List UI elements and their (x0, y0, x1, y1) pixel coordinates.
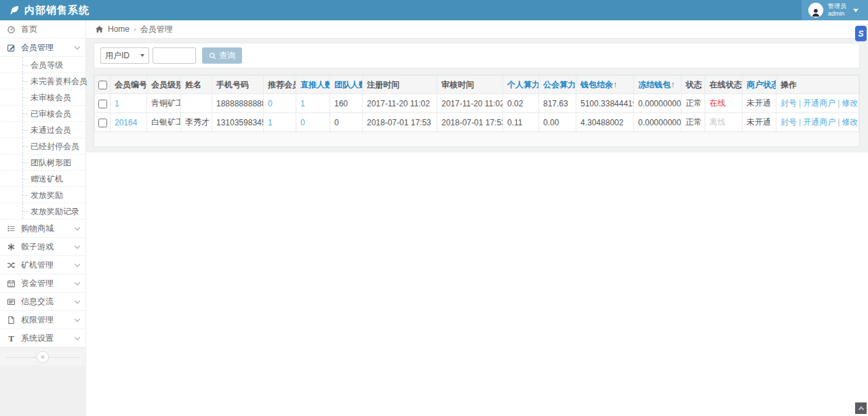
frozen-wallet: 0.00000000 (634, 94, 682, 113)
col-guild-power[interactable]: 公会算力↑ (539, 76, 576, 94)
row-checkbox[interactable] (98, 119, 107, 127)
col-merchant-status[interactable]: 商户状态↑ (743, 76, 776, 94)
audit-time: 2017-11-20 11:02 (437, 94, 503, 113)
member-phone: 13103598345 (212, 113, 264, 132)
admin-menu[interactable]: 管理员 admin (802, 0, 868, 20)
search-input[interactable] (153, 47, 196, 64)
admin-label: 管理员 admin (828, 3, 846, 18)
search-button-label: 查询 (219, 50, 235, 62)
chevron-down-icon (75, 43, 80, 49)
theme-settings-button[interactable]: S (855, 26, 867, 41)
home-icon (95, 25, 104, 33)
arrow-up-icon (858, 407, 863, 412)
select-all-checkbox[interactable] (98, 81, 107, 89)
chevron-down-icon (75, 224, 80, 230)
col-level: 会员级别 (147, 76, 181, 94)
sidebar-item-messages[interactable]: 信息交流 (0, 293, 85, 311)
team-count: 160 (330, 94, 363, 113)
merchant-status: 未开通 (743, 94, 776, 113)
wallet-balance: 4.30488002 (576, 113, 634, 132)
breadcrumb: Home › 会员管理 (86, 20, 868, 39)
sidebar-subitem[interactable]: 赠送矿机 (0, 171, 85, 187)
sidebar-subitem[interactable]: 未通过会员 (0, 122, 85, 138)
col-name: 姓名 (181, 76, 212, 94)
member-level: 白银矿工 (147, 113, 181, 132)
sidebar-item-dice[interactable]: 骰子游戏 (0, 238, 85, 256)
edit-link[interactable]: 修改 (842, 98, 858, 108)
online-status: 离线 (705, 113, 743, 132)
audit-time: 2018-07-01 17:53 (437, 113, 503, 132)
sidebar-subitem[interactable]: 已审核会员 (0, 106, 85, 122)
direct-count-link[interactable]: 0 (300, 118, 305, 127)
breadcrumb-current: 会员管理 (140, 24, 173, 35)
referrer-link[interactable]: 0 (268, 99, 273, 108)
sidebar-subitem[interactable]: 团队树形图 (0, 154, 85, 171)
online-status: 在线 (705, 94, 743, 113)
sidebar-item-label: 权限管理 (21, 314, 70, 326)
scroll-to-top-button[interactable] (855, 402, 867, 414)
sidebar-subitem[interactable]: 发放奖励 (0, 187, 85, 203)
direct-count-link[interactable]: 1 (300, 99, 305, 108)
app-title: 内部销售系统 (24, 4, 90, 17)
col-personal-power[interactable]: 个人算力↑ (503, 76, 539, 94)
sidebar-item-label: 系统设置 (21, 333, 70, 344)
col-phone: 手机号码 (212, 76, 264, 94)
sidebar-item-funds[interactable]: 资金管理 (0, 274, 85, 293)
newspaper-icon (7, 297, 16, 306)
chevron-down-icon (75, 297, 80, 303)
edit-link[interactable]: 修改 (842, 117, 858, 127)
sidebar-item-label: 矿机管理 (21, 259, 70, 271)
select-caret-icon (140, 54, 144, 57)
sidebar-menu: 首页 会员管理 会员等级 未完善资料会员 未审核会员 已审核会员 未通过会员 已… (0, 20, 85, 348)
main-content: Home › 会员管理 用户ID 查询 (86, 20, 868, 416)
admin-name: admin (828, 10, 846, 18)
referrer-link[interactable]: 1 (268, 118, 273, 127)
col-direct-count[interactable]: 直推人数↑ (296, 76, 330, 94)
sidebar-item-mall[interactable]: 购物商城 (0, 220, 85, 238)
sidebar-item-label: 信息交流 (21, 296, 70, 308)
col-team-count[interactable]: 团队人数↑ (330, 76, 363, 94)
member-id-link[interactable]: 20164 (115, 118, 137, 127)
ban-link[interactable]: 封号 (781, 117, 797, 127)
sidebar-filler (0, 365, 85, 416)
sidebar-subitem[interactable]: 未审核会员 (0, 89, 85, 106)
guild-power: 817.63 (539, 94, 576, 113)
sidebar-item-settings[interactable]: T 系统设置 (0, 329, 85, 348)
open-merchant-link[interactable]: 开通商户 (803, 117, 835, 127)
col-wallet-balance[interactable]: 钱包结余↑ (576, 76, 634, 94)
sidebar-subitem[interactable]: 未完善资料会员 (0, 73, 85, 89)
sidebar-collapse-button[interactable]: « (37, 351, 49, 363)
col-register-time: 注册时间 (363, 76, 437, 94)
avatar (808, 3, 823, 18)
search-icon (209, 52, 216, 60)
breadcrumb-home[interactable]: Home (108, 24, 130, 34)
sidebar-subitem[interactable]: 会员等级 (0, 57, 85, 73)
col-status: 状态 (682, 76, 705, 94)
shuffle-icon (7, 261, 16, 270)
sidebar-item-permissions[interactable]: 权限管理 (0, 311, 85, 329)
admin-role: 管理员 (828, 3, 846, 10)
sidebar-subitem[interactable]: 发放奖励记录 (0, 203, 85, 220)
sidebar-item-miners[interactable]: 矿机管理 (0, 256, 85, 274)
chevron-down-icon (75, 316, 80, 321)
search-button[interactable]: 查询 (202, 47, 242, 64)
col-online-status: 在线状态 (705, 76, 743, 94)
table-header-row: 会员编号 会员级别 姓名 手机号码 推荐会员 直推人数↑ 团队人数↑ 注册时间 … (95, 76, 859, 94)
sort-icon: ↑ (613, 80, 617, 89)
members-table: 会员编号 会员级别 姓名 手机号码 推荐会员 直推人数↑ 团队人数↑ 注册时间 … (94, 75, 859, 132)
member-id-link[interactable]: 1 (115, 99, 119, 108)
list-icon (7, 224, 16, 233)
filter-select[interactable]: 用户ID (100, 47, 149, 64)
sidebar-item-home[interactable]: 首页 (0, 20, 85, 39)
col-frozen-wallet[interactable]: 冻结钱包↑ (634, 76, 682, 94)
caret-down-icon (853, 9, 859, 12)
status: 正常 (682, 113, 705, 132)
chevron-down-icon (75, 334, 80, 339)
row-checkbox[interactable] (98, 100, 107, 108)
register-time: 2017-11-20 11:02 (363, 94, 437, 113)
open-merchant-link[interactable]: 开通商户 (803, 98, 835, 108)
sidebar-item-members[interactable]: 会员管理 (0, 39, 85, 57)
ban-link[interactable]: 封号 (781, 98, 797, 108)
sidebar-subitem[interactable]: 已经封停会员 (0, 138, 85, 154)
guild-power: 0.00 (539, 113, 576, 132)
